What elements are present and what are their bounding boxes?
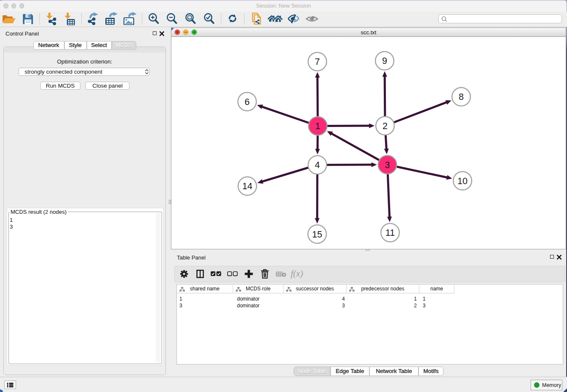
svg-text:14: 14 [242,181,253,191]
svg-text:6: 6 [245,97,250,107]
svg-text:2: 2 [383,121,388,131]
svg-text:10: 10 [457,176,468,186]
svg-text:3: 3 [385,160,390,170]
svg-text:7: 7 [315,57,320,67]
svg-text:11: 11 [385,228,395,238]
svg-text:9: 9 [382,56,387,66]
svg-text:15: 15 [312,229,322,240]
svg-text:1: 1 [315,121,320,131]
svg-text:4: 4 [315,160,320,170]
svg-text:8: 8 [459,92,464,102]
